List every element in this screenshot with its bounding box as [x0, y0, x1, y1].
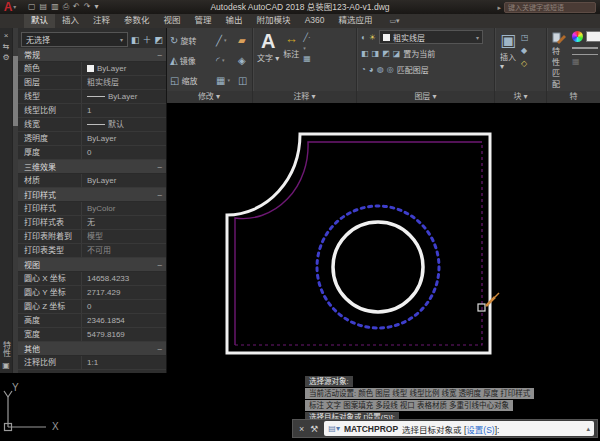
layer-off-icon[interactable]: ◧ [361, 49, 369, 58]
select-objects-icon[interactable]: ＋ [142, 33, 151, 46]
part-outline[interactable] [227, 134, 490, 353]
offset-line-solid[interactable] [235, 142, 482, 345]
property-value[interactable]: 不可用 [82, 244, 166, 257]
text-button[interactable]: A 文字 ▾ [257, 30, 279, 91]
collapse-icon[interactable]: – [158, 51, 162, 59]
property-value[interactable]: 无 [82, 216, 166, 229]
match-properties-button[interactable]: 特性匹配 [552, 31, 566, 91]
offset-line-dashed[interactable] [235, 142, 482, 345]
transparency-control-icon[interactable]: ▦ [572, 57, 580, 66]
palette-close-icon[interactable]: × [4, 30, 9, 41]
layer-prev-icon[interactable]: ◎ [387, 65, 394, 74]
property-value[interactable]: 2717.429 [82, 286, 166, 299]
collapse-icon[interactable]: – [158, 191, 162, 199]
layers-panel-label[interactable]: 图层 ▾ [357, 91, 494, 103]
command-expand-icon[interactable]: ▴ [586, 425, 590, 433]
trim-button[interactable]: ╱▾ [216, 30, 238, 50]
property-value[interactable]: 1:1 [82, 356, 166, 369]
open-icon[interactable]: ▤ [40, 2, 48, 12]
tab-输出[interactable]: 输出 [219, 14, 250, 28]
property-value[interactable]: 粗实线层 [82, 76, 166, 89]
palette-scrollbar[interactable] [13, 28, 18, 373]
layer-isolate-icon[interactable]: ◪ [393, 49, 401, 58]
palette-section-header[interactable]: 常规– [18, 48, 166, 62]
commandline-close-icon[interactable]: × [299, 424, 304, 434]
tab-精选应用[interactable]: 精选应用 [331, 14, 379, 28]
command-recent-icon[interactable]: ▤▾ [328, 424, 340, 433]
selection-dropdown[interactable]: 无选择 ▾ [21, 32, 128, 47]
collapse-icon[interactable]: – [158, 163, 162, 171]
property-value[interactable]: 默认 [82, 118, 166, 131]
dimension-button[interactable]: ↔ 标注 [283, 30, 299, 91]
qat-dropdown-icon[interactable]: ▾ [95, 2, 99, 12]
property-value[interactable]: ByColor [82, 202, 166, 215]
palette-section-header[interactable]: 其他– [18, 342, 166, 356]
property-value[interactable]: ByLayer [82, 90, 166, 103]
new-icon[interactable]: ▢ [28, 2, 36, 12]
tab-附加模块[interactable]: 附加模块 [250, 14, 298, 28]
layer-freeze-icon[interactable]: ◨ [372, 49, 380, 58]
autocad-logo-icon[interactable]: A▾ [0, 0, 20, 14]
property-value[interactable]: 0 [82, 300, 166, 313]
layer-dropdown[interactable]: 粗实线层 ▾ [379, 30, 483, 44]
property-value[interactable]: 模型 [82, 230, 166, 243]
toggle-pickadd-icon[interactable]: ◧ [131, 35, 140, 45]
undo-icon[interactable]: ↶ [73, 2, 80, 12]
object-color-icon[interactable] [572, 31, 583, 42]
scale-button[interactable]: ◱缩放 [170, 70, 216, 90]
set-current-button[interactable]: 置为当前 [403, 48, 435, 59]
redo-icon[interactable]: ↷ [84, 2, 91, 12]
tab-管理[interactable]: 管理 [188, 14, 219, 28]
collapse-icon[interactable]: – [158, 345, 162, 353]
tab-默认[interactable]: 默认 [24, 14, 55, 28]
hole-circle[interactable] [333, 222, 423, 312]
annotate-panel-label[interactable]: 注释 ▾ [253, 91, 356, 103]
palette-scroll-thumb[interactable] [13, 56, 18, 126]
command-input[interactable]: ▤▾ MATCHPROP 选择目标对象或 [设置(S)]: ▴ [324, 421, 594, 436]
ribbon-minimize-icon[interactable]: ▭▾ [390, 17, 400, 25]
collapse-icon[interactable]: – [158, 261, 162, 269]
linetype-control[interactable] [572, 54, 598, 55]
layer-merge-icon[interactable]: ◕ [369, 65, 374, 74]
property-value[interactable]: 14658.4233 [82, 272, 166, 285]
commandline-customize-icon[interactable]: ⚒ [310, 424, 318, 434]
tab-参数化[interactable]: 参数化 [117, 14, 157, 28]
palette-autohide-icon[interactable]: ⇆ [3, 41, 10, 52]
property-value[interactable]: ByLayer [82, 132, 166, 145]
layer-walk-icon[interactable]: ◔ [361, 65, 366, 74]
layer-delete-icon[interactable]: ◍ [377, 65, 384, 74]
insert-block-button[interactable]: ▣ 插入▾ [500, 31, 516, 91]
plot-icon[interactable]: ⎙ [63, 2, 69, 12]
layer-lock-icon[interactable]: ◩ [382, 49, 390, 58]
property-value[interactable]: 2346.1854 [82, 314, 166, 327]
block-panel-label[interactable]: 块 ▾ [495, 91, 546, 103]
palette-settings-icon[interactable]: ⚙ [2, 52, 9, 63]
match-layer-button[interactable]: 匹配图层 [397, 64, 429, 75]
object-color-swatch[interactable] [586, 31, 600, 42]
block-editor-icon[interactable]: ◇ [521, 59, 529, 68]
tab-A360[interactable]: A360 [298, 14, 332, 28]
create-block-icon[interactable]: ◳ [521, 33, 529, 42]
property-value[interactable]: 1 [82, 104, 166, 117]
tab-视图[interactable]: 视图 [157, 14, 188, 28]
save-icon[interactable]: ▥ [51, 2, 59, 12]
palette-section-header[interactable]: 打印样式– [18, 188, 166, 202]
property-value[interactable]: ByLayer [82, 174, 166, 187]
array-button[interactable]: ▦▾ [216, 70, 238, 90]
palette-section-header[interactable]: 视图– [18, 258, 166, 272]
property-value[interactable]: 5479.8169 [82, 328, 166, 341]
palette-section-header[interactable]: 三维效果– [18, 160, 166, 174]
layer-properties-icon[interactable]: ◐ [361, 33, 366, 42]
rotate-button[interactable]: ↻旋转 [170, 30, 216, 50]
table-icon[interactable]: ▦ [303, 54, 311, 63]
modify-panel-label[interactable]: 修改 ▾ [166, 91, 252, 103]
edit-attribute-icon[interactable]: ◆ [521, 46, 529, 55]
leader-icon[interactable]: ╱· [303, 33, 311, 42]
fillet-button[interactable]: ◜▾ [216, 50, 238, 70]
hole-circle-dashed[interactable] [317, 206, 439, 328]
lineweight-control[interactable] [572, 47, 598, 49]
properties-panel-label[interactable]: 特 [547, 91, 600, 103]
quick-select-icon[interactable]: ◩ [154, 35, 163, 45]
property-value[interactable]: 0 [82, 146, 166, 159]
layer-state-icon[interactable]: ☀ [369, 33, 376, 42]
